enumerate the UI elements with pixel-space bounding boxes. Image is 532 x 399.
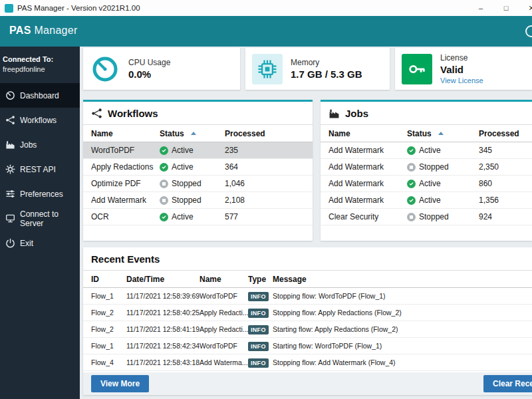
cpu-usage-card: CPU Usage 0.0%	[83, 48, 240, 90]
sidebar-item-dashboard[interactable]: Dashboard	[0, 83, 80, 108]
column-processed[interactable]: Processed	[225, 129, 305, 138]
cell-processed: 924	[479, 212, 524, 221]
sidebar-item-preferences[interactable]: Preferences	[0, 182, 80, 206]
cell-status: Stopped	[160, 196, 225, 205]
cell-status: Active	[407, 146, 479, 155]
cell-message: Starting flow: WordToPDF (Flow_1)	[273, 342, 524, 350]
sidebar-item-connect-to-server[interactable]: Connect to Server	[0, 206, 80, 231]
event-row[interactable]: Flow_411/17/2021 12:58:43:181Add Waterma…	[83, 354, 532, 371]
cell-name: OCR	[91, 212, 160, 221]
table-row[interactable]: Add WatermarkActive1,356	[321, 192, 532, 209]
table-row[interactable]: Add WatermarkStopped2,108	[83, 192, 313, 209]
about-icon[interactable]	[525, 25, 532, 37]
jobs-icon	[329, 108, 340, 119]
sidebar-item-rest-api[interactable]: REST API	[0, 157, 80, 182]
sidebar-item-workflows[interactable]: Workflows	[0, 108, 80, 132]
cell-name: Apply Redacti...	[200, 325, 248, 333]
cell-status: Active	[160, 212, 225, 221]
event-row[interactable]: Flow_111/17/2021 12:58:42:349WordToPDFIN…	[83, 338, 532, 354]
cell-processed: 2,108	[225, 196, 305, 205]
connected-to-label: Connected To:	[3, 55, 77, 63]
cell-datetime: 11/17/2021 12:58:41:192	[126, 325, 200, 333]
cell-status: Active	[407, 179, 479, 188]
view-more-button[interactable]: View More	[91, 375, 149, 392]
app-icon	[5, 4, 13, 13]
column-id[interactable]: ID	[91, 275, 126, 284]
close-button[interactable]: ✕	[519, 0, 532, 16]
event-row[interactable]: Flow_211/17/2021 12:58:41:192Apply Redac…	[83, 321, 532, 338]
workflows-panel-title: Workflows	[83, 102, 313, 125]
column-status[interactable]: Status	[160, 129, 225, 138]
cell-id: Flow_1	[91, 342, 126, 350]
sidebar-item-label: Preferences	[20, 190, 63, 199]
column-datetime[interactable]: Date/Time	[126, 275, 200, 284]
column-type[interactable]: Type	[248, 275, 273, 284]
recent-events-panel: Recent Events ID Date/Time Name Type Mes…	[83, 247, 532, 395]
column-message[interactable]: Message	[273, 275, 524, 284]
memory-card: Memory 1.7 GB / 5.3 GB	[245, 48, 390, 90]
minimize-button[interactable]: –	[468, 0, 493, 16]
table-row[interactable]: Add WatermarkStopped2,350	[321, 159, 532, 176]
column-status[interactable]: Status	[407, 129, 479, 138]
table-row[interactable]: Clear SecurityStopped924	[321, 209, 532, 225]
cell-name: Add Watermark	[91, 196, 160, 205]
cpu-gauge-icon	[90, 54, 120, 84]
cell-name: WordToPDF	[91, 146, 160, 155]
table-row[interactable]: Optimize PDFStopped1,046	[83, 176, 313, 192]
column-processed[interactable]: Processed	[479, 129, 524, 138]
cell-name: Add Watermark	[329, 162, 407, 172]
cell-status: Stopped	[407, 212, 479, 221]
table-row[interactable]: Apply RedactionsActive364	[83, 159, 313, 176]
sort-asc-icon	[438, 132, 444, 135]
cell-status: Active	[160, 146, 225, 155]
view-license-link[interactable]: View License	[440, 76, 483, 84]
cell-id: Flow_2	[91, 325, 126, 333]
license-label: License	[440, 53, 483, 63]
clear-recent-events-button[interactable]: Clear Recent Events	[483, 375, 532, 392]
table-row[interactable]: WordToPDFActive235	[83, 142, 313, 159]
window-controls: – □ ✕	[468, 0, 532, 16]
status-stopped-icon	[160, 196, 168, 205]
status-stopped-icon	[407, 163, 416, 172]
sidebar-item-jobs[interactable]: Jobs	[0, 132, 80, 157]
license-key-icon	[402, 54, 432, 84]
event-row[interactable]: Flow_111/17/2021 12:58:39:694WordToPDFIN…	[83, 288, 532, 305]
jobs-table-header: Name Status Processed	[321, 125, 532, 142]
window-title: PAS Manager - Version v2021R1.00	[17, 4, 140, 12]
column-name[interactable]: Name	[200, 275, 248, 284]
cell-name: WordToPDF	[200, 342, 248, 350]
cell-name: Apply Redactions	[91, 162, 160, 172]
column-name[interactable]: Name	[91, 129, 160, 138]
memory-chip-icon	[252, 54, 283, 84]
connected-block: Connected To: freepdfonline	[0, 47, 80, 73]
cell-datetime: 11/17/2021 12:58:43:181	[126, 358, 200, 366]
cell-type: INFO	[248, 309, 273, 317]
status-active-icon	[407, 180, 416, 188]
table-row[interactable]: Add WatermarkActive345	[321, 142, 532, 159]
cell-processed: 235	[225, 146, 305, 155]
maximize-button[interactable]: □	[493, 0, 519, 16]
cell-processed: 577	[225, 212, 305, 221]
sidebar-item-exit[interactable]: Exit	[0, 231, 80, 255]
workflows-icon	[91, 108, 102, 119]
cell-name: Apply Redacti...	[200, 309, 248, 317]
app-header: PAS Manager	[0, 16, 532, 47]
app-window: PAS Manager - Version v2021R1.00 – □ ✕ P…	[0, 0, 532, 399]
cell-name: Add Watermark	[329, 146, 407, 155]
title-bar: PAS Manager - Version v2021R1.00 – □ ✕	[0, 0, 532, 16]
exit-icon	[5, 238, 15, 248]
sidebar-item-label: Dashboard	[20, 91, 59, 100]
sidebar-item-label: Connect to Server	[20, 209, 80, 228]
status-active-icon	[160, 163, 168, 172]
events-table-body: Flow_111/17/2021 12:58:39:694WordToPDFIN…	[83, 288, 532, 371]
cell-message: Starting flow: Apply Redactions (Flow_2)	[273, 325, 524, 333]
event-row[interactable]: Flow_211/17/2021 12:58:40:252Apply Redac…	[83, 305, 532, 321]
cell-datetime: 11/17/2021 12:58:42:349	[126, 342, 200, 350]
sidebar-item-label: REST API	[20, 165, 56, 174]
table-row[interactable]: Add WatermarkActive860	[321, 176, 532, 192]
column-name[interactable]: Name	[329, 129, 407, 138]
table-row[interactable]: OCRActive577	[83, 209, 313, 225]
connected-server-name: freepdfonline	[3, 65, 77, 73]
jobs-table-body: Add WatermarkActive345Add WatermarkStopp…	[321, 142, 532, 225]
cell-processed: 1,356	[479, 196, 524, 205]
